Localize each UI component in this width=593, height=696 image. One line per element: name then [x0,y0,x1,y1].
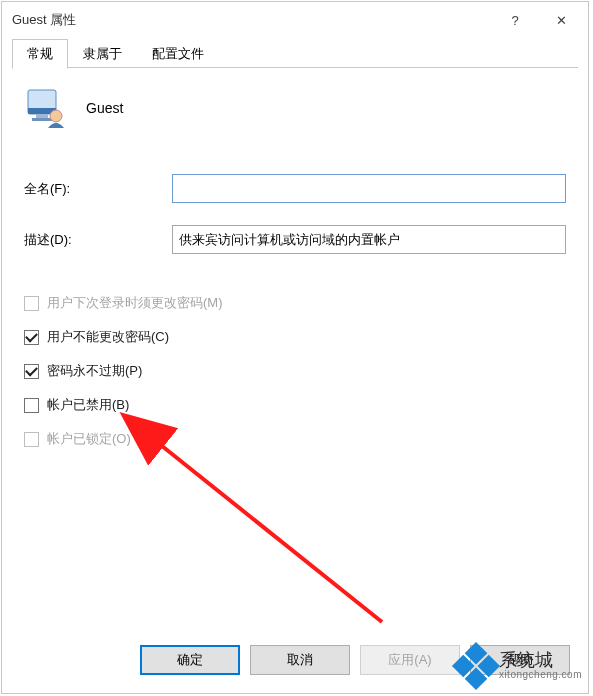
tab-general[interactable]: 常规 [12,39,68,69]
description-input[interactable] [172,225,566,254]
checkbox-label: 用户下次登录时须更改密码(M) [47,294,223,312]
checkbox-cannot-change-password[interactable]: 用户不能更改密码(C) [24,328,566,346]
user-display-name: Guest [86,100,123,116]
svg-point-4 [50,110,62,122]
row-description: 描述(D): [24,225,566,254]
checkbox-must-change-password: 用户下次登录时须更改密码(M) [24,294,566,312]
checkbox-account-locked: 帐户已锁定(O) [24,430,566,448]
row-fullname: 全名(F): [24,174,566,203]
tab-panel-general: Guest 全名(F): 描述(D): 用户下次登录时须更改密码(M) 用户不能… [2,68,588,478]
cancel-button[interactable]: 取消 [250,645,350,675]
dialog-window: Guest 属性 ? ✕ 常规 隶属于 配置文件 [1,1,589,694]
help-button[interactable]: ? [492,5,538,35]
checkbox-box [24,432,39,447]
apply-button: 应用(A) [360,645,460,675]
help-button-bottom[interactable]: 帮助 [470,645,570,675]
ok-button[interactable]: 确定 [140,645,240,675]
user-icon [24,86,68,130]
tab-memberof[interactable]: 隶属于 [68,39,137,68]
checkbox-account-disabled[interactable]: 帐户已禁用(B) [24,396,566,414]
tab-strip: 常规 隶属于 配置文件 [2,38,588,68]
close-icon: ✕ [556,13,567,28]
checkbox-box [24,296,39,311]
checkbox-label: 帐户已锁定(O) [47,430,131,448]
tab-label: 隶属于 [83,46,122,61]
checkbox-box [24,398,39,413]
user-header: Guest [24,86,566,130]
checkbox-group: 用户下次登录时须更改密码(M) 用户不能更改密码(C) 密码永不过期(P) 帐户… [24,294,566,448]
description-label: 描述(D): [24,231,172,249]
checkbox-label: 密码永不过期(P) [47,362,142,380]
tab-label: 配置文件 [152,46,204,61]
fullname-label: 全名(F): [24,180,172,198]
help-icon: ? [511,13,518,28]
window-title: Guest 属性 [12,11,492,29]
close-button[interactable]: ✕ [538,5,584,35]
titlebar: Guest 属性 ? ✕ [2,2,588,38]
checkbox-password-never-expires[interactable]: 密码永不过期(P) [24,362,566,380]
checkbox-box [24,330,39,345]
fullname-input[interactable] [172,174,566,203]
checkbox-label: 用户不能更改密码(C) [47,328,169,346]
dialog-buttons: 确定 取消 应用(A) 帮助 [2,631,588,693]
checkbox-box [24,364,39,379]
checkbox-label: 帐户已禁用(B) [47,396,129,414]
svg-rect-3 [32,118,52,121]
svg-rect-2 [36,114,48,118]
tab-label: 常规 [27,46,53,61]
tab-profile[interactable]: 配置文件 [137,39,219,68]
